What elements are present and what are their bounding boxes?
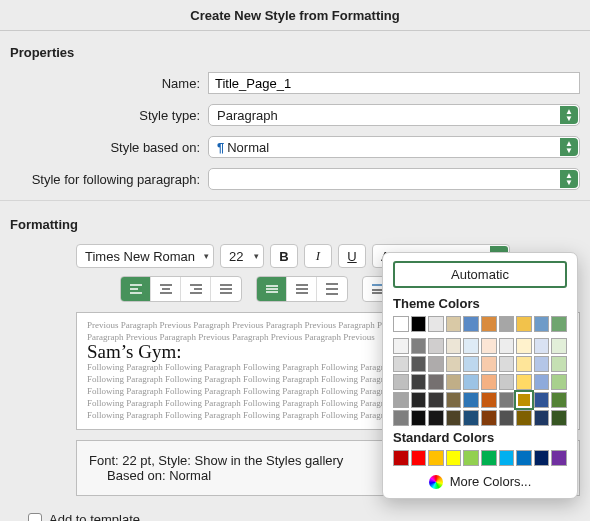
line-spacing-1-button[interactable] [257,277,287,301]
color-swatch[interactable] [516,316,532,332]
color-swatch[interactable] [428,374,444,390]
color-swatch[interactable] [534,410,550,426]
style-type-label: Style type: [10,108,208,123]
color-swatch[interactable] [393,356,409,372]
standard-colors-header: Standard Colors [393,430,567,445]
color-swatch[interactable] [446,392,462,408]
color-swatch[interactable] [551,410,567,426]
style-based-on-label: Style based on: [10,140,208,155]
color-swatch[interactable] [411,316,427,332]
underline-button[interactable]: U [338,244,366,268]
color-swatch[interactable] [428,450,444,466]
style-name-input[interactable] [208,72,580,94]
line-spacing-15-button[interactable] [287,277,317,301]
italic-button[interactable]: I [304,244,332,268]
color-swatch[interactable] [534,356,550,372]
color-swatch[interactable] [534,392,550,408]
divider [0,200,590,201]
color-swatch[interactable] [428,410,444,426]
color-swatch[interactable] [393,338,409,354]
color-swatch[interactable] [551,392,567,408]
bold-button[interactable]: B [270,244,298,268]
color-swatch[interactable] [393,374,409,390]
style-following-select[interactable] [208,168,580,190]
color-swatch[interactable] [499,450,515,466]
color-swatch[interactable] [481,374,497,390]
color-swatch[interactable] [499,392,515,408]
color-swatch[interactable] [481,392,497,408]
color-swatch[interactable] [393,316,409,332]
align-right-button[interactable] [181,277,211,301]
color-swatch[interactable] [499,356,515,372]
align-left-button[interactable] [121,277,151,301]
color-swatch[interactable] [463,450,479,466]
automatic-color-button[interactable]: Automatic [393,261,567,288]
color-swatch[interactable] [446,374,462,390]
color-swatch[interactable] [534,316,550,332]
color-swatch[interactable] [481,338,497,354]
add-to-template-checkbox[interactable] [28,513,42,522]
color-swatch[interactable] [551,374,567,390]
align-right-icon [188,282,204,296]
dialog-title: Create New Style from Formatting [0,0,590,31]
color-wheel-icon [429,475,443,489]
color-swatch[interactable] [411,338,427,354]
color-swatch[interactable] [463,356,479,372]
stepper-icon [560,138,578,156]
stepper-icon [560,170,578,188]
color-swatch[interactable] [534,374,550,390]
color-swatch[interactable] [516,392,532,408]
color-swatch[interactable] [411,392,427,408]
color-swatch[interactable] [499,410,515,426]
line-spacing-icon [264,282,280,296]
color-swatch[interactable] [446,410,462,426]
color-swatch[interactable] [551,338,567,354]
font-size-select[interactable]: 22 ▾ [220,244,264,268]
color-swatch[interactable] [534,338,550,354]
color-swatch[interactable] [481,450,497,466]
color-swatch[interactable] [411,356,427,372]
color-swatch[interactable] [463,392,479,408]
color-swatch[interactable] [551,450,567,466]
color-swatch[interactable] [499,338,515,354]
color-swatch[interactable] [463,338,479,354]
color-swatch[interactable] [516,410,532,426]
color-swatch[interactable] [463,374,479,390]
color-swatch[interactable] [411,410,427,426]
color-swatch[interactable] [516,338,532,354]
color-swatch[interactable] [393,410,409,426]
color-swatch[interactable] [393,450,409,466]
section-header-properties: Properties [0,31,590,68]
align-center-button[interactable] [151,277,181,301]
align-justify-button[interactable] [211,277,241,301]
line-spacing-2-button[interactable] [317,277,347,301]
color-swatch[interactable] [463,410,479,426]
color-swatch[interactable] [516,450,532,466]
color-swatch[interactable] [446,338,462,354]
style-type-select[interactable]: Paragraph [208,104,580,126]
color-swatch[interactable] [499,374,515,390]
color-swatch[interactable] [411,374,427,390]
color-swatch[interactable] [516,374,532,390]
more-colors-button[interactable]: More Colors... [393,474,567,489]
color-swatch[interactable] [411,450,427,466]
color-swatch[interactable] [446,356,462,372]
color-swatch[interactable] [481,316,497,332]
font-family-select[interactable]: Times New Roman ▾ [76,244,214,268]
color-swatch[interactable] [428,316,444,332]
color-swatch[interactable] [516,356,532,372]
color-swatch[interactable] [428,356,444,372]
color-swatch[interactable] [551,316,567,332]
color-swatch[interactable] [534,450,550,466]
color-swatch[interactable] [481,356,497,372]
color-swatch[interactable] [481,410,497,426]
color-swatch[interactable] [463,316,479,332]
color-swatch[interactable] [446,450,462,466]
style-based-on-select[interactable]: ¶ Normal [208,136,580,158]
color-swatch[interactable] [446,316,462,332]
color-swatch[interactable] [551,356,567,372]
color-swatch[interactable] [499,316,515,332]
color-swatch[interactable] [428,338,444,354]
color-swatch[interactable] [428,392,444,408]
color-swatch[interactable] [393,392,409,408]
